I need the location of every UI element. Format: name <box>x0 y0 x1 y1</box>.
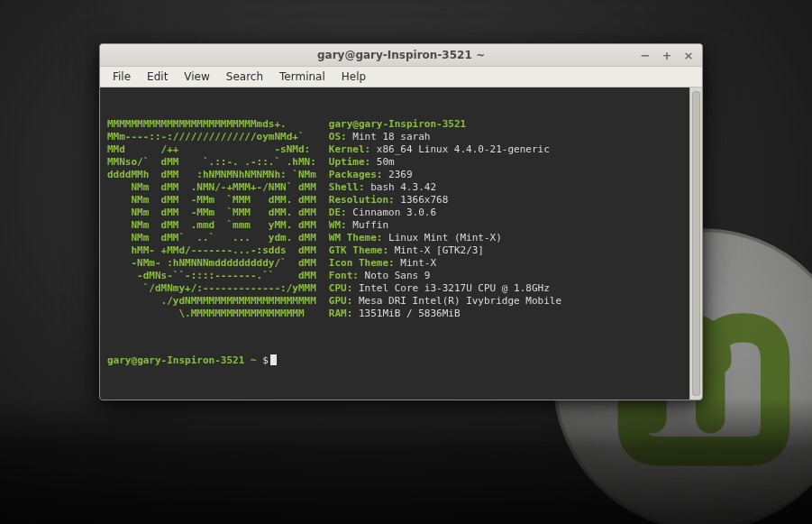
menu-edit[interactable]: Edit <box>140 68 175 86</box>
terminal-window: gary@gary-Inspiron-3521 ~ − + × File Edi… <box>99 43 703 400</box>
ascii-line: -NMm- :hNMNNNmdddddddddy/` dMM <box>107 257 316 269</box>
info-label: DE: <box>329 207 347 218</box>
prompt-cwd: ~ <box>251 354 257 366</box>
ascii-line: MMd /++ -sNMd: <box>107 143 310 155</box>
menu-help[interactable]: Help <box>334 68 373 86</box>
window-controls: − + × <box>637 47 697 63</box>
info-label: Shell: <box>329 181 365 193</box>
menubar: File Edit View Search Terminal Help <box>100 67 702 87</box>
info-label: Icon Theme: <box>329 257 395 269</box>
sysinfo: gary@gary-Inspiron-3521 OS: Mint 18 sara… <box>316 118 561 320</box>
ascii-art: MMMMMMMMMMMMMMMMMMMMMMMMMmds+. MMm----::… <box>107 118 316 320</box>
minimize-icon: − <box>641 50 651 61</box>
ascii-line: MMm----::-://////////////oymNMd+` <box>107 131 305 142</box>
info-value: Linux Mint (Mint-X) <box>388 232 502 244</box>
window-title: gary@gary-Inspiron-3521 ~ <box>317 49 485 61</box>
ascii-line: NMm dMM` ..` ... ydm. dMM <box>107 232 316 244</box>
cursor-icon <box>270 354 277 365</box>
info-label: Packages: <box>329 169 383 180</box>
ascii-line: NMm dMM .mmd `mmm yMM. dMM <box>107 219 316 231</box>
ascii-line: -dMNs-``-::::-------.`` dMM <box>107 270 316 281</box>
prompt-line[interactable]: gary@gary-Inspiron-3521 ~ $ <box>107 354 682 367</box>
prompt-host: gary-Inspiron-3521 <box>137 354 244 366</box>
maximize-icon: + <box>662 50 672 61</box>
floor-reflection <box>0 398 812 524</box>
info-value: Cinnamon 3.0.6 <box>352 207 436 218</box>
info-label: OS: <box>329 131 347 142</box>
info-label: RAM: <box>329 308 353 319</box>
terminal-viewport[interactable]: MMMMMMMMMMMMMMMMMMMMMMMMMmds+. MMm----::… <box>100 87 689 400</box>
ascii-line: NMm dMM -MMm `MMM dMM. dMM <box>107 207 316 218</box>
ascii-line: MMNso/` dMM `.::-. .-::.` .hMN: <box>107 156 316 168</box>
menu-label: Search <box>226 70 263 83</box>
ascii-line: hMM- +MMd/-------...-:sdds dMM <box>107 244 316 256</box>
prompt-symbol: $ <box>262 354 269 366</box>
info-label: Uptime: <box>329 156 370 168</box>
info-value: 50m <box>377 156 395 168</box>
info-label: Font: <box>329 270 359 281</box>
info-value: Muffin <box>352 219 388 231</box>
menu-file[interactable]: File <box>105 68 138 86</box>
close-icon: × <box>684 50 694 61</box>
prompt-user: gary <box>107 354 132 366</box>
info-value: Noto Sans 9 <box>365 270 431 281</box>
ascii-line: MMMMMMMMMMMMMMMMMMMMMMMMMmds+. <box>107 118 287 130</box>
info-value: Intel Core i3-3217U CPU @ 1.8GHz <box>359 282 550 294</box>
menu-label: View <box>184 70 209 83</box>
ascii-line: `/dMNmy+/:-------------:/yMMM <box>107 282 316 294</box>
info-label: Resolution: <box>329 194 395 206</box>
maximize-button[interactable]: + <box>659 47 675 63</box>
menu-label: Edit <box>147 70 168 83</box>
info-label: WM Theme: <box>329 232 383 244</box>
info-value: 1366x768 <box>400 194 448 206</box>
scrollbar[interactable] <box>689 87 702 400</box>
info-label: GPU: <box>329 295 353 307</box>
info-value: 1351MiB / 5836MiB <box>359 308 461 319</box>
scrollbar-thumb[interactable] <box>692 91 700 396</box>
menu-label: File <box>113 70 131 83</box>
menu-search[interactable]: Search <box>219 68 270 86</box>
sysinfo-at: @ <box>352 118 359 130</box>
ascii-line: ./ydNMMMMMMMMMMMMMMMMMMMMM <box>107 295 316 307</box>
menu-terminal[interactable]: Terminal <box>272 68 333 86</box>
info-value: Mint-X [GTK2/3] <box>395 244 484 256</box>
ascii-line: NMm dMM .NMN/-+MMM+-/NMN` dMM <box>107 181 316 193</box>
ascii-line: \.MMMMMMMMMMMMMMMMMMM <box>107 308 305 319</box>
info-value: Mint-X <box>400 257 436 269</box>
titlebar[interactable]: gary@gary-Inspiron-3521 ~ − + × <box>100 44 702 67</box>
info-value: bash 4.3.42 <box>370 181 436 193</box>
minimize-button[interactable]: − <box>637 47 653 63</box>
menu-view[interactable]: View <box>177 68 216 86</box>
info-label: GTK Theme: <box>329 244 388 256</box>
info-value: 2369 <box>388 169 413 180</box>
info-value: Mint 18 sarah <box>352 131 430 142</box>
info-value: Mesa DRI Intel(R) Ivybridge Mobile <box>359 295 561 307</box>
ascii-line: ddddMMh dMM :hNMNMNhNMNMNh: `NMm <box>107 169 316 180</box>
info-label: WM: <box>329 219 347 231</box>
info-label: Kernel: <box>329 143 370 155</box>
info-label: CPU: <box>329 282 353 294</box>
sysinfo-user: gary <box>329 118 353 130</box>
close-button[interactable]: × <box>680 47 697 63</box>
menu-label: Terminal <box>279 70 325 83</box>
menu-label: Help <box>342 70 366 83</box>
ascii-line: NMm dMM -MMm `MMM dMM. dMM <box>107 194 316 206</box>
sysinfo-host: gary-Inspiron-3521 <box>359 118 466 130</box>
info-value: x86_64 Linux 4.4.0-21-generic <box>377 143 550 155</box>
